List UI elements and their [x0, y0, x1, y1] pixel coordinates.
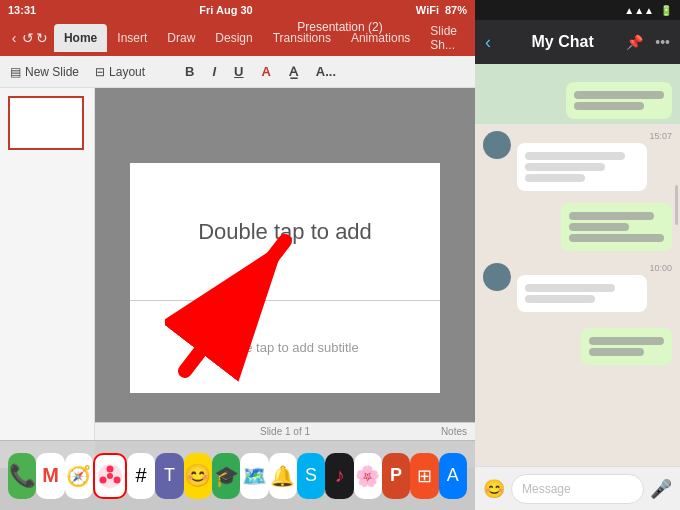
slide-content: Double tap to add Double tap to add subt…: [130, 163, 440, 393]
msg-line: [569, 223, 629, 231]
gmail-dock-icon[interactable]: M: [36, 453, 64, 499]
wifi-icon: WiFi: [416, 4, 439, 16]
emoji-picker-icon[interactable]: 😊: [483, 478, 505, 500]
sender-avatar-2: [483, 263, 511, 291]
svg-point-3: [106, 465, 113, 472]
msg-line: [525, 284, 615, 292]
slide-number-text: Slide 1 of 1: [260, 426, 310, 437]
chat-title: My Chat: [499, 33, 626, 51]
tab-slideshow[interactable]: Slide Sh...: [420, 24, 467, 52]
msg-line: [589, 348, 644, 356]
chat-action-icons: 📌 •••: [626, 34, 670, 50]
chat-input-area: 😊 Message 🎤: [475, 466, 680, 510]
battery-indicator: 87%: [445, 4, 467, 16]
msg-line: [525, 295, 595, 303]
sent-bubble-3: [581, 328, 672, 365]
audio-record-icon[interactable]: 🎤: [650, 478, 672, 500]
teams-dock-icon[interactable]: T: [155, 453, 183, 499]
msg-line: [569, 234, 664, 242]
slide-subtitle-text: Double tap to add subtitle: [211, 340, 358, 355]
svg-point-5: [99, 476, 106, 483]
slide-subtitle-area[interactable]: Double tap to add subtitle: [130, 301, 440, 393]
chat-messages-area[interactable]: 15:07 10:00: [475, 64, 680, 466]
appstore-dock-icon[interactable]: A: [439, 453, 467, 499]
slide-title-area[interactable]: Double tap to add: [130, 163, 440, 301]
svg-point-4: [113, 476, 120, 483]
message-sent-3: [475, 322, 680, 371]
chat-message-input[interactable]: Message: [511, 474, 644, 504]
slide-canvas[interactable]: Double tap to add Double tap to add subt…: [95, 88, 475, 468]
layout-icon: ⊟: [95, 65, 105, 79]
msg-line: [525, 152, 625, 160]
chat-pin-icon[interactable]: 📌: [626, 34, 643, 50]
maps-dock-icon[interactable]: 🗺️: [240, 453, 268, 499]
ppt-tabs: Home Insert Draw Design Transitions Anim…: [54, 24, 467, 52]
classroom-dock-icon[interactable]: 🎓: [212, 453, 240, 499]
tab-draw[interactable]: Draw: [157, 24, 205, 52]
svg-point-6: [107, 473, 113, 479]
slide-panel: [0, 88, 95, 468]
status-date: Fri Aug 30: [199, 4, 252, 16]
tab-insert[interactable]: Insert: [107, 24, 157, 52]
sender-avatar-1: [483, 131, 511, 159]
msg-line: [574, 91, 664, 99]
sent-bubble-1: [566, 82, 672, 119]
chat-wifi-icon: ▲▲▲: [624, 5, 654, 16]
phone-dock-icon[interactable]: 📞: [8, 453, 36, 499]
photos-dock-icon[interactable]: 🌸: [354, 453, 382, 499]
back-button[interactable]: ‹: [8, 26, 20, 50]
msg-line: [525, 163, 605, 171]
msg-line: [569, 212, 654, 220]
message-received-1: 15:07: [475, 125, 680, 197]
grid-dock-icon[interactable]: ⊞: [410, 453, 438, 499]
reminders-dock-icon[interactable]: 🔔: [269, 453, 297, 499]
music-dock-icon[interactable]: ♪: [325, 453, 353, 499]
chat-battery-icon: 🔋: [660, 5, 672, 16]
powerpoint-dock-icon[interactable]: P: [382, 453, 410, 499]
slide-number-bar: Slide 1 of 1 Notes: [95, 422, 475, 440]
redo-button[interactable]: ↻: [36, 26, 48, 50]
more-format-button[interactable]: A...: [312, 62, 340, 81]
tab-home[interactable]: Home: [54, 24, 107, 52]
slide-title-text: Double tap to add: [198, 219, 372, 245]
notes-button[interactable]: Notes: [441, 426, 467, 437]
ppt-secondary-toolbar: ▤ New Slide ⊟ Layout B I U A A̲ A...: [0, 56, 475, 88]
chat-more-icon[interactable]: •••: [655, 34, 670, 50]
ppt-status-bar: 13:31 Fri Aug 30 WiFi 87%: [0, 0, 475, 20]
slide-thumbnail[interactable]: [8, 96, 84, 150]
msg-line: [589, 337, 664, 345]
msg-time-1: 15:07: [517, 131, 672, 141]
received-bubble-2: [517, 275, 647, 312]
app-dock: 📞 M 🧭 # T 😊 🎓 🗺️ 🔔 S: [0, 440, 475, 510]
underline-button[interactable]: U: [230, 62, 247, 81]
ppt-main-toolbar: ‹ ↺ ↻ Home Insert Draw Design Transition…: [0, 20, 475, 56]
emoji-dock-icon[interactable]: 😊: [184, 453, 212, 499]
chat-input-placeholder: Message: [522, 482, 571, 496]
layout-button[interactable]: ⊟ Layout: [95, 65, 145, 79]
text-size-button[interactable]: A̲: [285, 62, 302, 81]
safari-dock-icon[interactable]: 🧭: [65, 453, 93, 499]
chat-header: ‹ My Chat 📌 •••: [475, 20, 680, 64]
msg-line: [525, 174, 585, 182]
bold-button[interactable]: B: [181, 62, 198, 81]
chat-status-bar: ▲▲▲ 🔋: [475, 0, 680, 20]
skype-dock-icon[interactable]: S: [297, 453, 325, 499]
new-slide-button[interactable]: ▤ New Slide: [10, 65, 79, 79]
chat-panel: ▲▲▲ 🔋 ‹ My Chat 📌 ••• 15:07: [475, 0, 680, 510]
chat-back-button[interactable]: ‹: [485, 32, 491, 53]
received-bubble-1: [517, 143, 647, 191]
slack-dock-icon[interactable]: #: [127, 453, 155, 499]
message-sent-1: [475, 76, 680, 125]
undo-button[interactable]: ↺: [22, 26, 34, 50]
italic-button[interactable]: I: [208, 62, 220, 81]
message-sent-2: [475, 197, 680, 257]
tab-animations[interactable]: Animations: [341, 24, 420, 52]
message-received-2: 10:00: [475, 257, 680, 318]
new-slide-icon: ▤: [10, 65, 21, 79]
tab-design[interactable]: Design: [205, 24, 262, 52]
status-time: 13:31: [8, 4, 36, 16]
tab-transitions[interactable]: Transitions: [263, 24, 341, 52]
msg-line: [574, 102, 644, 110]
kraftful-dock-icon[interactable]: [93, 453, 127, 499]
font-color-button[interactable]: A: [257, 62, 274, 81]
